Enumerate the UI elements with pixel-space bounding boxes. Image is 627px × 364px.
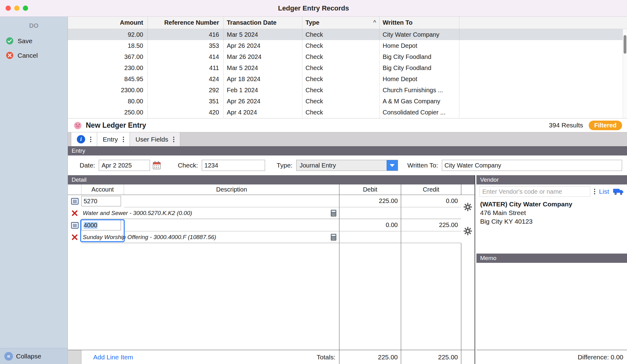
totals-label: Totals:	[317, 354, 339, 361]
cell-date: Mar 26 2024	[224, 51, 302, 62]
table-row[interactable]: 92.00 416 Mar 5 2024 Check City Water Co…	[68, 29, 627, 40]
column-header-written-to[interactable]: Written To	[380, 17, 459, 29]
memo-field[interactable]	[476, 263, 627, 350]
ledger-account-button[interactable]	[68, 219, 81, 231]
filtered-badge[interactable]: Filtered	[589, 121, 622, 130]
cell-written-to: Big City Foodland	[380, 62, 459, 73]
more-options-icon[interactable]	[90, 137, 91, 142]
scrollbar-thumb[interactable]	[624, 35, 626, 54]
vendor-address-line1: 476 Main Street	[480, 209, 623, 217]
description-field[interactable]	[124, 219, 339, 231]
vendor-more-options-icon[interactable]	[594, 189, 595, 194]
table-row[interactable]: 2300.00 292 Feb 1 2024 Check Church Furn…	[68, 85, 627, 96]
cell-type: Check	[302, 29, 380, 40]
line-settings-button[interactable]	[461, 219, 475, 243]
detail-column-credit: Credit	[401, 184, 461, 195]
credit-field[interactable]: 225.00	[401, 219, 461, 231]
account-info-text: Sunday Worship Offering - 3000.4000.F (1…	[81, 234, 330, 241]
debit-field[interactable]: 0.00	[339, 219, 401, 231]
cell-date: Mar 5 2024	[224, 29, 302, 40]
cell-ref: 420	[148, 107, 224, 118]
table-row[interactable]: 250.00 420 Apr 4 2024 Check Consolidated…	[68, 107, 627, 118]
cell-type: Check	[302, 40, 380, 51]
written-to-field[interactable]	[442, 160, 622, 171]
description-field[interactable]	[124, 195, 339, 207]
line-settings-button[interactable]	[461, 195, 475, 219]
x-circle-icon	[6, 51, 14, 60]
cell-type: Check	[302, 85, 380, 96]
account-info-text: Water and Sewer - 3000.5270.K.K2 (0.00)	[81, 210, 330, 217]
title-bar: Ledger Entry Records	[0, 0, 627, 17]
account-field[interactable]: 5270	[81, 196, 121, 206]
delete-line-button[interactable]	[68, 207, 81, 219]
dropdown-button[interactable]	[387, 160, 398, 171]
table-row[interactable]: 18.50 353 Apr 26 2024 Check Home Depot	[68, 40, 627, 51]
info-icon[interactable]: i	[77, 135, 85, 143]
calculator-button[interactable]	[330, 209, 337, 217]
column-header-amount[interactable]: Amount	[68, 17, 148, 29]
calculator-icon	[330, 234, 337, 241]
collapse-sidebar-button[interactable]: « Collapse	[0, 348, 68, 364]
vendor-panel: Vendor List (WATER) City Water	[476, 175, 627, 364]
calendar-button[interactable]	[152, 160, 162, 170]
piggy-bank-icon	[73, 120, 83, 130]
line-item: 5270 225.00 0.00	[68, 195, 475, 219]
vendor-search-input[interactable]	[480, 186, 590, 197]
tab-entry[interactable]: Entry	[97, 132, 130, 146]
entry-form: Date: Check: Type: Journal Entry	[68, 155, 627, 175]
calculator-button[interactable]	[330, 234, 337, 241]
cell-date: Feb 1 2024	[224, 85, 302, 96]
results-count: 394 Results	[549, 122, 583, 129]
delete-line-button[interactable]	[68, 231, 81, 243]
ledger-icon	[71, 222, 79, 229]
selected-text: 4000	[84, 222, 98, 229]
records-header-row: Amount Reference Number Transaction Date…	[68, 17, 627, 29]
gear-icon	[463, 226, 472, 236]
cell-date: Apr 18 2024	[224, 73, 302, 85]
cell-ref: 353	[148, 40, 224, 51]
gear-icon	[463, 202, 472, 212]
detail-grid-header: Account Description Debit Credit	[68, 184, 475, 195]
column-header-reference-number[interactable]: Reference Number	[148, 17, 224, 29]
check-number-field[interactable]	[202, 160, 265, 171]
tab-user-fields[interactable]: User Fields	[130, 132, 180, 146]
cell-type: Check	[302, 107, 380, 118]
column-header-transaction-date[interactable]: Transaction Date	[224, 17, 302, 29]
vertical-scrollbar[interactable]	[623, 29, 627, 118]
vendor-list-link[interactable]: List	[599, 188, 609, 195]
more-options-icon[interactable]	[173, 137, 174, 142]
detail-panel: Detail Account Description Debit Credit	[68, 175, 475, 364]
cell-ref: 416	[148, 29, 224, 40]
vendor-address-line2: Big City KY 40123	[480, 217, 623, 226]
table-row[interactable]: 845.95 424 Apr 18 2024 Check Home Depot	[68, 73, 627, 85]
cell-date: Mar 5 2024	[224, 62, 302, 73]
table-row[interactable]: 80.00 351 Apr 26 2024 Check A & M Gas Co…	[68, 96, 627, 107]
collapse-chevrons-icon: «	[4, 352, 13, 361]
add-line-item-link[interactable]: Add Line Item	[93, 354, 133, 361]
debit-field[interactable]: 225.00	[339, 195, 401, 207]
column-header-type[interactable]: Type ^	[302, 17, 380, 29]
cell-type: Check	[302, 51, 380, 62]
account-field-focused[interactable]: 4000	[81, 220, 121, 230]
check-label: Check:	[178, 162, 198, 169]
table-row[interactable]: 367.00 414 Mar 26 2024 Check Big City Fo…	[68, 51, 627, 62]
credit-field[interactable]: 0.00	[401, 195, 461, 207]
table-row[interactable]: 230.00 411 Mar 5 2024 Check Big City Foo…	[68, 62, 627, 73]
written-to-label: Written To:	[407, 162, 438, 169]
date-field[interactable]	[99, 160, 150, 171]
cell-type: Check	[302, 73, 380, 85]
type-dropdown[interactable]: Journal Entry	[296, 160, 398, 171]
detail-totals-bar: Add Line Item Totals: 225.00 225.00	[68, 350, 475, 364]
save-button[interactable]: Save	[0, 34, 68, 48]
ledger-account-button[interactable]	[68, 195, 81, 207]
chevron-down-icon	[390, 164, 395, 167]
more-options-icon[interactable]	[123, 137, 124, 142]
detail-column-description: Description	[124, 184, 339, 195]
cell-ref: 411	[148, 62, 224, 73]
cancel-button[interactable]: Cancel	[0, 48, 68, 63]
total-credit: 225.00	[401, 350, 461, 364]
cell-date: Apr 26 2024	[224, 40, 302, 51]
truck-icon[interactable]	[613, 188, 624, 195]
cell-type: Check	[302, 96, 380, 107]
vendor-search-row: List	[476, 184, 627, 199]
